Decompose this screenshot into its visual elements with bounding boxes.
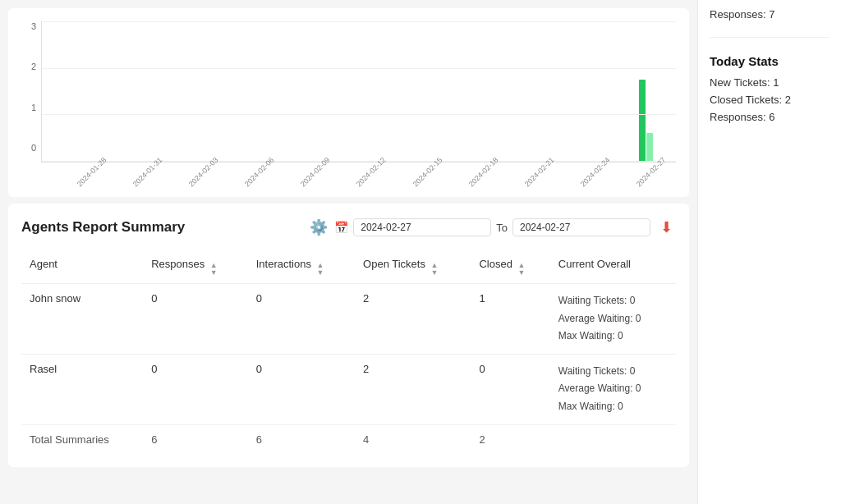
waiting-tickets-line: Waiting Tickets: 0 [558,363,668,381]
table-section: Agents Report Summary ⚙️ 📅 To ⬇ Agent [8,204,689,467]
current-overall-val: Waiting Tickets: 0 Average Waiting: 0 Ma… [550,284,676,355]
grid-line [42,68,676,69]
responses-val: 0 [143,354,248,424]
closed-val: 0 [471,354,549,424]
agent-name: Rasel [21,354,143,424]
totals-closed: 2 [471,424,549,454]
bars-container [41,21,676,163]
to-label: To [496,222,508,234]
grid-line [42,114,676,115]
open-tickets-val: 2 [355,284,471,355]
grid-lines [42,21,676,162]
responses-stat-2: Responses: 6 [710,111,830,123]
calendar-icon: 📅 [334,221,348,234]
totals-responses: 6 [143,424,248,454]
bar-group-last [617,80,674,162]
bar-green [639,80,646,162]
y-label-2: 2 [21,62,36,71]
y-axis: 3 2 1 0 [21,21,36,177]
closed-tickets-stat: Closed Tickets: 2 [710,94,830,106]
bar-light [646,133,653,162]
max-waiting-line: Max Waiting: 0 [558,328,668,346]
table-title: Agents Report Summary [21,219,185,236]
date-from-input[interactable] [353,218,491,236]
totals-label: Total Summaries [21,424,143,454]
chart-area: 3 2 1 0 [21,21,676,177]
avg-waiting-line: Average Waiting: 0 [558,310,668,328]
closed-val: 1 [471,284,549,355]
sidebar-stat-group-1: Responses: 7 [710,8,830,38]
col-current-overall: Current Overall [550,251,676,284]
chart-section: 3 2 1 0 [8,8,689,197]
open-tickets-val: 2 [355,354,471,424]
sort-arrows-closed[interactable]: ▲▼ [518,262,526,277]
table-controls: ⚙️ 📅 To ⬇ [310,217,676,238]
waiting-tickets-line: Waiting Tickets: 0 [558,292,668,310]
date-filter: 📅 To [334,218,650,236]
responses-val: 0 [143,284,248,355]
agents-table: Agent Responses ▲▼ Interactions ▲▼ Open … [21,251,676,454]
table-header: Agent Responses ▲▼ Interactions ▲▼ Open … [21,251,676,284]
col-closed: Closed ▲▼ [471,251,549,284]
grid-line [42,161,676,162]
x-label-spacer [41,166,56,177]
table-row: Rasel 0 0 2 0 Waiting Tickets: 0 Average… [21,354,676,424]
col-open-tickets: Open Tickets ▲▼ [355,251,471,284]
grid-line [42,21,676,22]
sidebar-stat-group-2: Today Stats New Tickets: 1 Closed Ticket… [710,54,830,140]
responses-stat: Responses: 7 [710,8,830,21]
avg-waiting-line: Average Waiting: 0 [558,380,668,398]
y-label-1: 1 [21,103,36,112]
table-row: John snow 0 0 2 1 Waiting Tickets: 0 Ave… [21,284,676,355]
sort-arrows-responses[interactable]: ▲▼ [210,262,218,277]
main-content: 3 2 1 0 [0,0,697,504]
totals-interactions: 6 [248,424,355,454]
interactions-val: 0 [248,354,355,424]
totals-row: Total Summaries 6 6 4 2 [21,424,676,454]
x-labels: 2024-01-28 2024-01-31 2024-02-03 2024-02… [41,166,676,177]
sort-arrows-open[interactable]: ▲▼ [431,262,439,277]
settings-icon[interactable]: ⚙️ [310,218,328,236]
interactions-val: 0 [248,284,355,355]
chart-inner: 2024-01-28 2024-01-31 2024-02-03 2024-02… [41,21,676,177]
new-tickets-stat: New Tickets: 1 [710,76,830,89]
col-interactions: Interactions ▲▼ [248,251,355,284]
current-overall-val: Waiting Tickets: 0 Average Waiting: 0 Ma… [550,354,676,424]
totals-open-tickets: 4 [355,424,471,454]
sort-arrows-interactions[interactable]: ▲▼ [317,262,324,277]
col-agent: Agent [21,251,143,284]
sidebar: Responses: 7 Today Stats New Tickets: 1 … [697,0,841,504]
date-to-input[interactable] [512,218,650,236]
y-label-0: 0 [21,143,36,153]
export-button[interactable]: ⬇ [657,217,676,238]
today-stats-title: Today Stats [710,54,830,68]
x-labels-inner: 2024-01-28 2024-01-31 2024-02-03 2024-02… [61,166,676,177]
agent-name: John snow [21,284,143,355]
table-header-row: Agents Report Summary ⚙️ 📅 To ⬇ [21,217,676,238]
col-responses: Responses ▲▼ [143,251,248,284]
y-label-3: 3 [21,21,36,31]
totals-overall [550,424,676,454]
max-waiting-line: Max Waiting: 0 [558,398,668,416]
